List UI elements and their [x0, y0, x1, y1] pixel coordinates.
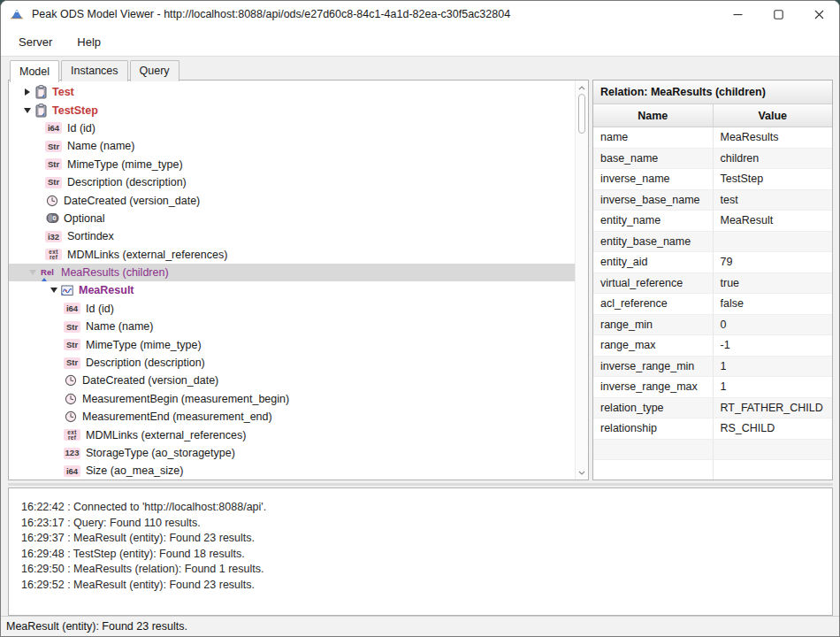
tree-item-label: Sortindex	[67, 230, 114, 242]
menu-bar: ServerHelp	[1, 27, 839, 56]
tree-scrollbar[interactable]	[575, 81, 588, 480]
tree-item-label: Id (id)	[67, 122, 95, 134]
scroll-up-arrow[interactable]	[576, 81, 588, 94]
property-value-cell	[713, 439, 832, 460]
tree-item-mearesults-children[interactable]: RelMeaResults (children)	[9, 264, 589, 281]
clipboard-icon	[34, 85, 48, 99]
tree-item-mimetype-mime-type[interactable]: StrMimeType (mime_type)	[9, 335, 589, 353]
horizontal-splitter[interactable]	[8, 483, 833, 486]
tree-item-size-ao-mea-size[interactable]: i64Size (ao_mea_size)	[9, 462, 589, 480]
property-name-cell: range_min	[593, 314, 713, 335]
details-panel-title: Relation: MeaResults (children)	[593, 81, 832, 104]
tab-query[interactable]: Query	[130, 60, 179, 81]
property-value-cell: children	[713, 148, 832, 169]
signal-document-icon	[60, 283, 74, 297]
tree-item-datecreated-version-date[interactable]: DateCreated (version_date)	[9, 372, 589, 389]
property-value-cell: 1	[713, 356, 832, 377]
tree-item-id-id[interactable]: i64Id (id)	[9, 300, 589, 318]
property-row-relationship: relationshipRS_CHILD	[593, 418, 832, 440]
str-type-icon: Str	[45, 158, 62, 170]
log-line: 16:29:48 : TestStep (entity): Found 18 r…	[21, 547, 832, 563]
tree-item-name-name[interactable]: StrName (name)	[9, 137, 589, 155]
property-row-entity_name: entity_nameMeaResult	[593, 211, 832, 232]
property-row-empty	[593, 460, 832, 481]
str-type-icon: Str	[64, 321, 80, 333]
tree-item-description-description[interactable]: StrDescription (description)	[9, 354, 589, 372]
property-value-cell: 79	[713, 252, 832, 273]
str-type-icon: Str	[64, 339, 80, 350]
tree-item-id-id[interactable]: i64Id (id)	[9, 119, 589, 137]
tree-item-mearesult[interactable]: MeaResult	[9, 281, 589, 299]
property-row-inverse_base_name: inverse_base_nametest	[593, 189, 832, 211]
log-line: 16:23:17 : Query: Found 110 results.	[21, 516, 832, 532]
status-bar: MeaResult (entity): Found 23 results.	[1, 616, 839, 636]
tree-item-label: MeasurementBegin (measurement_begin)	[82, 393, 289, 405]
minimize-button[interactable]	[717, 1, 758, 27]
property-row-range_min: range_min0	[593, 314, 832, 335]
property-row-range_max: range_max-1	[593, 335, 832, 357]
property-name-cell	[593, 460, 713, 481]
property-name-cell: virtual_reference	[593, 272, 713, 294]
properties-table: Name Value nameMeaResultsbase_namechildr…	[593, 104, 832, 480]
tree-item-optional[interactable]: 0Optional	[9, 210, 589, 227]
tree-item-measurementbegin-measurement-begin[interactable]: MeasurementBegin (measurement_begin)	[9, 390, 589, 408]
tree-item-label: Test	[52, 86, 74, 98]
property-value-cell: 1	[713, 377, 832, 398]
window-controls	[717, 1, 839, 27]
menu-server[interactable]: Server	[19, 35, 52, 49]
window-title: Peak ODS Model Viewer - http://localhost…	[32, 8, 717, 20]
title-bar: Peak ODS Model Viewer - http://localhost…	[1, 1, 839, 27]
clock-icon	[64, 373, 78, 388]
123-type-icon: 123	[64, 448, 80, 459]
property-value-cell: MeaResults	[713, 127, 832, 149]
tree-item-teststep[interactable]: TestStep	[9, 101, 587, 119]
chevron-down-icon[interactable]	[27, 270, 39, 275]
extref-type-icon: extref	[45, 249, 62, 260]
tree-item-label: MimeType (mime_type)	[86, 339, 202, 351]
tree-item-description-description[interactable]: StrDescription (description)	[9, 173, 589, 191]
property-value-cell	[713, 231, 832, 252]
property-row-relation_type: relation_typeRT_FATHER_CHILD	[593, 397, 832, 418]
tree-item-name-name[interactable]: StrName (name)	[9, 318, 589, 335]
tree-item-storagetype-ao-storagetype[interactable]: 123StorageType (ao_storagetype)	[9, 444, 589, 462]
property-name-cell: base_name	[593, 148, 713, 169]
menu-help[interactable]: Help	[77, 35, 101, 49]
i64-type-icon: i64	[64, 303, 80, 314]
chevron-down-icon[interactable]	[21, 108, 34, 113]
chevron-right-icon[interactable]	[21, 88, 34, 96]
tab-model[interactable]: Model	[10, 60, 59, 82]
log-line: 16:22:42 : Connected to 'http://localhos…	[21, 500, 832, 516]
scroll-down-arrow[interactable]	[576, 466, 588, 479]
tab-instances[interactable]: Instances	[61, 60, 128, 81]
extref-type-icon: extref	[64, 429, 80, 441]
tree-item-mdmlinks-external-references[interactable]: extrefMDMLinks (external_references)	[9, 426, 589, 443]
tree-item-mimetype-mime-type[interactable]: StrMimeType (mime_type)	[9, 156, 589, 173]
tree-item-datecreated-version-date[interactable]: DateCreated (version_date)	[9, 191, 589, 209]
property-row-virtual_reference: virtual_referencetrue	[593, 272, 832, 294]
tree-item-label: MimeType (mime_type)	[67, 158, 183, 171]
close-button[interactable]	[798, 1, 839, 27]
property-name-cell: name	[593, 127, 713, 149]
maximize-button[interactable]	[758, 1, 798, 27]
tree-item-label: Id (id)	[86, 303, 114, 315]
property-row-inverse_range_max: inverse_range_max1	[593, 377, 832, 398]
tree-item-label: Description (description)	[86, 357, 205, 369]
property-value-cell: MeaResult	[713, 211, 832, 232]
tree-item-sortindex[interactable]: i32Sortindex	[9, 227, 589, 245]
property-value-cell	[713, 460, 832, 481]
tree-item-test[interactable]: Test	[9, 83, 587, 101]
property-name-cell: relation_type	[593, 397, 713, 418]
tree-item-measurementend-measurement-end[interactable]: MeasurementEnd (measurement_end)	[9, 408, 589, 426]
property-value-cell: 0	[713, 314, 832, 335]
scrollbar-thumb[interactable]	[578, 94, 585, 134]
property-name-cell: range_max	[593, 335, 713, 357]
str-type-icon: Str	[45, 177, 62, 188]
chevron-down-icon[interactable]	[48, 288, 60, 293]
property-name-cell: inverse_range_max	[593, 377, 713, 398]
column-header-name: Name	[593, 104, 713, 127]
tree-item-mdmlinks-external-references[interactable]: extrefMDMLinks (external_references)	[9, 246, 589, 264]
model-tree: TestTestStepi64Id (id)StrName (name)StrM…	[9, 81, 588, 480]
app-window: Peak ODS Model Viewer - http://localhost…	[0, 0, 840, 637]
log-line: 16:29:50 : MeaResults (relation): Found …	[21, 562, 832, 578]
property-row-base_name: base_namechildren	[593, 148, 832, 169]
